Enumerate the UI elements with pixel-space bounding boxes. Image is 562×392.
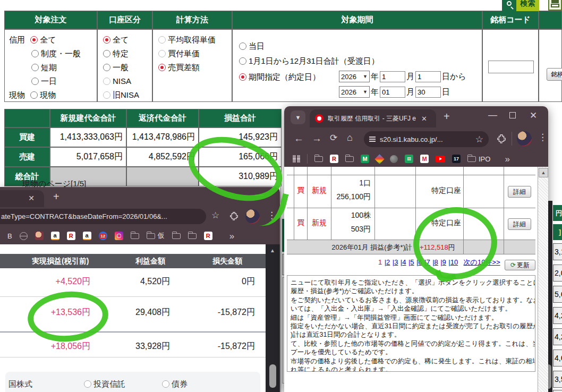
gemini-diamond-icon[interactable] (374, 154, 384, 164)
to-month-input[interactable] (380, 87, 405, 98)
radio-calc-buy[interactable] (158, 50, 166, 57)
radio-period-range[interactable] (239, 73, 246, 81)
from-month-input[interactable] (380, 71, 405, 82)
radio-period-year[interactable] (239, 57, 246, 65)
right-page-scrollbar[interactable]: ▲ (538, 167, 548, 392)
gmail-icon[interactable]: M (420, 155, 429, 163)
to-year-select[interactable]: 2026▼ (339, 86, 370, 98)
forward-icon[interactable]: → (312, 133, 322, 143)
bookmark-star-icon[interactable]: ☆ (475, 135, 483, 144)
bookmark-avatar-icon[interactable] (35, 232, 44, 240)
left-scrollbar-thumb[interactable] (269, 364, 276, 388)
radio-margin-tanki[interactable] (31, 64, 39, 71)
note-line: プールを優先しているためです。 (291, 348, 532, 356)
refresh-icon: ⟳ (510, 261, 516, 269)
page-link[interactable]: 4 (402, 258, 406, 266)
tab-search-chevron-icon[interactable]: ▼ (291, 110, 305, 124)
radio-margin-ichinichi[interactable] (31, 78, 39, 85)
bookmark-m-icon[interactable]: M (361, 155, 369, 163)
page-link[interactable]: 3 (394, 258, 398, 266)
minimize-icon[interactable]: — (488, 110, 497, 120)
left-address-bar[interactable]: ateType=CONTRACT&baseDateFrom=2026/01/06… (0, 209, 206, 224)
menu-dots-icon[interactable]: ⋮ (538, 133, 547, 142)
detail-button[interactable]: 詳細 (508, 218, 531, 230)
filter-foreign-stock[interactable]: 国株式 (8, 379, 32, 389)
radio-period-today[interactable] (239, 42, 246, 50)
bookmarks-overflow-icon[interactable]: » (505, 155, 509, 164)
tab-title: 取引履歴 信用取引 - 三菱UFJ e (328, 114, 417, 123)
note-line: )計は直近31日間の合計となります。 (291, 330, 532, 339)
bookmark-folder-kari[interactable]: 仮 (147, 231, 165, 241)
scroll-up-icon[interactable]: ▲ (539, 168, 548, 177)
tab-close-icon[interactable]: ✕ (28, 194, 35, 202)
print-icon[interactable] (548, 0, 562, 11)
bookmark-star-icon[interactable]: ☆ (211, 211, 219, 220)
bookmark-folder-icon[interactable] (172, 233, 181, 239)
tab-close-icon[interactable]: ✕ (421, 115, 427, 122)
radio-calc-avg[interactable] (158, 36, 166, 44)
maximize-icon[interactable] (509, 112, 516, 118)
left-browser-window: ✕ + — ateType=CONTRACT&baseDateFrom=2026… (0, 187, 280, 392)
radio-account-kyunisa[interactable] (103, 91, 110, 99)
extensions-icon[interactable] (229, 211, 239, 220)
radio-margin-all[interactable] (30, 36, 38, 44)
close-icon[interactable]: ✕ (530, 111, 537, 120)
bookmark-folder-icon[interactable] (131, 233, 139, 239)
filter-bond[interactable]: 債券 (162, 379, 188, 389)
badge-12-icon[interactable]: 12 (99, 232, 107, 240)
site-settings-icon[interactable] (369, 137, 376, 142)
uridate-new-value: 5,017,658円 (50, 147, 126, 167)
radio-cash[interactable] (30, 91, 38, 99)
rakuten-icon[interactable]: R (204, 232, 212, 240)
pl-table-header: 実現損益(税引前) 利益金額 損失金額 (0, 254, 266, 268)
bookmark-folder-icon[interactable] (345, 156, 354, 162)
radio-margin-seido[interactable] (31, 50, 39, 57)
globe-icon[interactable] (20, 232, 28, 240)
refresh-button[interactable]: ⟳更新 (505, 260, 535, 270)
from-year-select[interactable]: 2026▼ (339, 71, 370, 82)
back-icon[interactable]: ← (294, 133, 304, 143)
youtube-icon[interactable] (436, 156, 445, 163)
new-tab-icon[interactable]: + (53, 191, 59, 202)
profile-avatar[interactable] (517, 131, 532, 146)
left-page-scrollbar[interactable]: ▲ (266, 244, 280, 392)
reload-icon[interactable]: ⟳ (330, 133, 337, 142)
bookmarks-overflow-icon[interactable]: » (229, 232, 234, 241)
sheets-icon[interactable]: ⊞ (405, 155, 413, 163)
symbol-code-input[interactable] (488, 61, 534, 73)
to-day-input[interactable] (415, 87, 441, 98)
filter-mutual-fund[interactable]: 投資信託 (84, 379, 125, 389)
summary-col-pl: 損益合計 (199, 109, 282, 127)
right-address-bar[interactable]: s20.si1.kabu.co.jp/... ☆ (364, 131, 489, 147)
bookmark-b[interactable]: B (7, 232, 12, 240)
page-link[interactable]: 5 (410, 258, 414, 266)
left-window-tab[interactable]: ✕ (0, 190, 44, 207)
tab-groups-grid-icon[interactable] (293, 155, 300, 163)
radio-account-ippan[interactable] (103, 64, 110, 71)
radio-account-tokutei[interactable] (103, 50, 110, 57)
from-day-input[interactable] (415, 71, 441, 82)
rakuten-icon[interactable]: R (330, 155, 338, 163)
radio-account-all[interactable] (103, 36, 110, 44)
tradingview-icon[interactable]: 17 (452, 155, 461, 163)
bookmark-folder-icon[interactable] (314, 156, 323, 162)
detail-button[interactable]: 詳細 (508, 186, 531, 198)
radio-calc-diff[interactable] (158, 64, 166, 71)
sphere-icon[interactable] (390, 155, 398, 163)
search-button[interactable]: 検索 (502, 0, 539, 11)
home-icon[interactable]: ⌂ (347, 133, 353, 142)
summary-corner-cell (4, 109, 50, 127)
bookmark-folder-ipo[interactable]: IPO (467, 155, 490, 163)
radio-account-nisa[interactable] (103, 78, 110, 85)
amazon-icon[interactable]: a (51, 232, 59, 240)
scroll-up-icon[interactable]: ▲ (270, 248, 275, 253)
extensions-icon[interactable] (497, 134, 506, 143)
amazon-icon[interactable]: a (83, 232, 91, 240)
symbol-search-button[interactable]: 銘柄 (547, 68, 562, 81)
instagram-icon[interactable] (115, 232, 123, 240)
bookmark-folder-icon[interactable] (188, 233, 197, 239)
right-window-tab[interactable]: 取引履歴 信用取引 - 三菱UFJ e ✕ (310, 109, 436, 127)
page-link[interactable]: 2 (386, 258, 390, 266)
rakuten-icon[interactable]: R (67, 232, 75, 240)
new-tab-icon[interactable]: + (444, 111, 450, 122)
